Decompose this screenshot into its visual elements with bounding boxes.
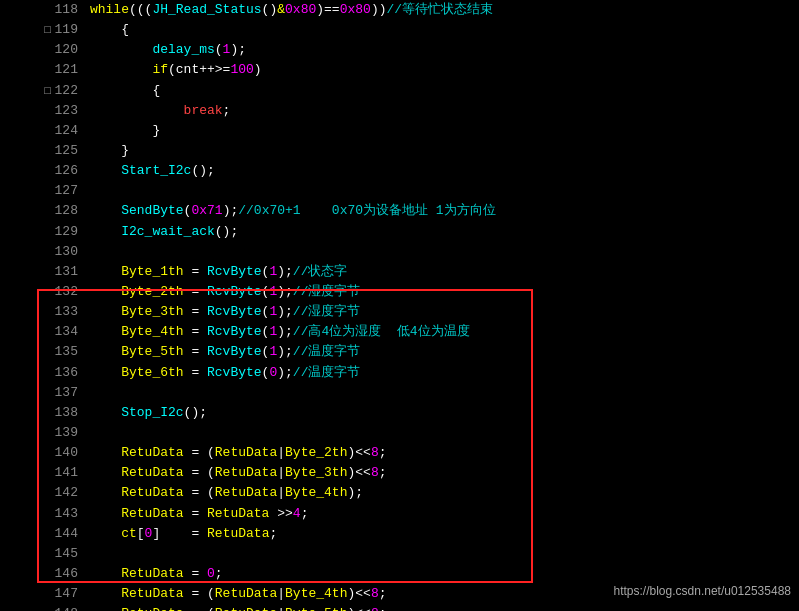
table-row: 135 Byte_5th = RcvByte(1);//温度字节 xyxy=(0,342,799,362)
table-row: 139 xyxy=(0,423,799,443)
code-token: //湿度字节 xyxy=(293,304,361,319)
code-token: //高4位为湿度 低4位为温度 xyxy=(293,324,470,339)
line-number: 139 xyxy=(0,423,86,443)
line-number: 133 xyxy=(0,302,86,322)
line-number: 132 xyxy=(0,282,86,302)
line-content: ct[0] = RetuData; xyxy=(86,524,799,544)
code-token: Byte_4th xyxy=(90,324,184,339)
line-content xyxy=(86,544,799,564)
code-token: ); xyxy=(277,324,293,339)
line-num-text: 139 xyxy=(55,425,78,440)
line-num-text: 147 xyxy=(55,586,78,601)
line-number: 127 xyxy=(0,181,86,201)
code-token: ); xyxy=(277,365,293,380)
line-number: 138 xyxy=(0,403,86,423)
code-token: RcvByte xyxy=(207,284,262,299)
code-token: | xyxy=(277,586,285,601)
table-row: 143 RetuData = RetuData >>4; xyxy=(0,504,799,524)
code-token: )== xyxy=(316,2,339,17)
code-token: Byte_2th xyxy=(90,284,184,299)
line-content: Byte_5th = RcvByte(1);//温度字节 xyxy=(86,342,799,362)
code-token: | xyxy=(277,485,285,500)
line-content xyxy=(86,383,799,403)
line-content xyxy=(86,181,799,201)
code-token: //温度字节 xyxy=(293,365,361,380)
line-number: 148 xyxy=(0,604,86,611)
line-number: 134 xyxy=(0,322,86,342)
code-token: = xyxy=(184,365,207,380)
line-num-text: 122 xyxy=(55,83,78,98)
line-content: RetuData = (RetuData|Byte_2th)<<8; xyxy=(86,443,799,463)
code-token: ); xyxy=(347,485,363,500)
line-num-text: 138 xyxy=(55,405,78,420)
code-token: Byte_5th xyxy=(90,344,184,359)
line-number: 124 xyxy=(0,121,86,141)
code-token: = ( xyxy=(184,445,215,460)
line-number: 118 xyxy=(0,0,86,20)
line-num-text: 118 xyxy=(55,2,78,17)
code-token: RcvByte xyxy=(207,324,262,339)
code-token: 100 xyxy=(230,62,253,77)
line-content: Start_I2c(); xyxy=(86,161,799,181)
code-token: >> xyxy=(269,506,292,521)
code-token: = ( xyxy=(184,586,215,601)
code-token: RcvByte xyxy=(207,344,262,359)
table-row: 145 xyxy=(0,544,799,564)
code-token: } xyxy=(90,143,129,158)
code-token: = ( xyxy=(184,465,215,480)
code-token: | xyxy=(277,606,285,611)
line-number: 143 xyxy=(0,504,86,524)
code-token: (); xyxy=(184,405,207,420)
line-content: break; xyxy=(86,101,799,121)
code-token: ); xyxy=(277,344,293,359)
code-token: & xyxy=(277,2,285,17)
code-token: = xyxy=(184,264,207,279)
line-content xyxy=(86,242,799,262)
line-num-text: 121 xyxy=(55,62,78,77)
line-content: { xyxy=(86,81,799,101)
line-content: { xyxy=(86,20,799,40)
table-row: 134 Byte_4th = RcvByte(1);//高4位为湿度 低4位为温… xyxy=(0,322,799,342)
line-num-text: 134 xyxy=(55,324,78,339)
code-token: )<< xyxy=(347,606,370,611)
code-token: ; xyxy=(379,606,387,611)
line-num-text: 123 xyxy=(55,103,78,118)
table-row: 146 RetuData = 0; xyxy=(0,564,799,584)
code-token: () xyxy=(262,2,278,17)
table-row: □119 { xyxy=(0,20,799,40)
line-number: 120 xyxy=(0,40,86,60)
line-content: Byte_2th = RcvByte(1);//湿度字节 xyxy=(86,282,799,302)
table-row: 138 Stop_I2c(); xyxy=(0,403,799,423)
line-number: 140 xyxy=(0,443,86,463)
code-token: 8 xyxy=(371,465,379,480)
code-token: ) xyxy=(254,62,262,77)
fold-icon[interactable]: □ xyxy=(41,22,55,39)
line-content: } xyxy=(86,141,799,161)
code-token: ; xyxy=(379,445,387,460)
line-number: 147 xyxy=(0,584,86,604)
code-token: 8 xyxy=(371,445,379,460)
table-row: 129 I2c_wait_ack(); xyxy=(0,222,799,242)
code-token: Byte_3th xyxy=(285,465,347,480)
line-content: } xyxy=(86,121,799,141)
line-num-text: 129 xyxy=(55,224,78,239)
code-token: RcvByte xyxy=(207,365,262,380)
line-num-text: 146 xyxy=(55,566,78,581)
line-num-text: 135 xyxy=(55,344,78,359)
code-token: 0 xyxy=(207,566,215,581)
code-token: RcvByte xyxy=(207,264,262,279)
code-token: = xyxy=(184,284,207,299)
code-token: )<< xyxy=(347,586,370,601)
code-token: (); xyxy=(215,224,238,239)
line-content: Byte_1th = RcvByte(1);//状态字 xyxy=(86,262,799,282)
code-token: RetuData xyxy=(90,606,184,611)
line-number: 126 xyxy=(0,161,86,181)
code-token: 4 xyxy=(293,506,301,521)
code-token: | xyxy=(277,445,285,460)
line-content: RetuData = (RetuData|Byte_3th)<<8; xyxy=(86,463,799,483)
fold-icon[interactable]: □ xyxy=(41,83,55,100)
line-number: 129 xyxy=(0,222,86,242)
line-content: Byte_4th = RcvByte(1);//高4位为湿度 低4位为温度 xyxy=(86,322,799,342)
code-token: Byte_1th xyxy=(90,264,184,279)
line-number: 130 xyxy=(0,242,86,262)
